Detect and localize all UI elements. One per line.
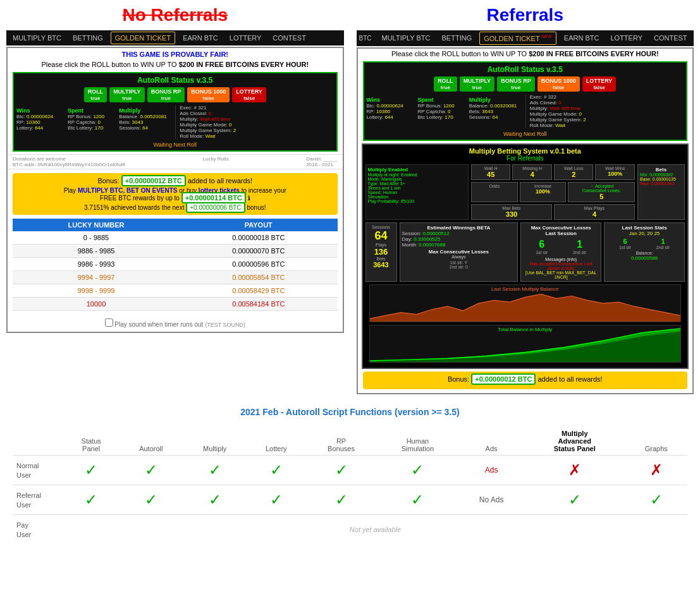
ref-nav-multiply-btc[interactable]: MULTIPLY BTC <box>378 32 434 44</box>
nav-btc-label: BTC <box>359 35 372 42</box>
nav-contest[interactable]: CONTEST <box>269 32 310 44</box>
ref-nav-golden-ticket[interactable]: GOLDEN TICKET NEW <box>479 32 556 45</box>
table-row: 9998 - 9999 0.00058429 BTC <box>13 284 338 298</box>
ref-roll-instruction: Please click the ROLL button to WIN UP T… <box>358 49 693 59</box>
not-yet-available: Not yet available <box>63 514 687 544</box>
sound-label: Play sound when timer runs out <box>114 321 203 328</box>
waiting-text: Waiting Next Roll <box>16 142 334 148</box>
normal-user-label: NormalUser <box>13 455 63 485</box>
lucky-rolls-text: Lucky Rolls <box>203 156 229 167</box>
ref-nav-earn-btc[interactable]: EARN BTC <box>560 32 603 44</box>
bonus-progress: 3.7151% achieved towards the next +0.000… <box>19 204 331 211</box>
ref-nav-betting[interactable]: BETTING <box>438 32 476 44</box>
nav-lottery[interactable]: LOTTERY <box>226 32 266 44</box>
chart2-label: Total Balance in Multiply <box>498 327 552 332</box>
test-sound-link[interactable]: (TEST SOUND) <box>205 322 245 328</box>
wait-wins-label: Wait Wins <box>598 166 632 171</box>
referral-multiply-advanced: ✓ <box>524 485 625 514</box>
ref-spent-label: Spent <box>418 97 469 103</box>
ref-autoroll-status-box: AutoRoll Status v.3.5 ROLLtrue MULTIPLYt… <box>363 61 688 141</box>
wait-wins-value: 100% <box>598 171 632 177</box>
multiply-btn[interactable]: MULTIPLYtrue <box>109 87 145 102</box>
nav-golden-ticket[interactable]: GOLDEN TICKET <box>111 32 175 44</box>
ref-bonus-amount: +0.00000012 BTC <box>471 373 536 385</box>
bonus-rp-btn[interactable]: BONUS RPtrue <box>147 87 185 102</box>
chart1-label: Last Session Multiply Balance <box>491 286 558 292</box>
bonus1000-btn[interactable]: BONUS 1000false <box>187 87 230 102</box>
no-ref-nav: MULTIPLY BTC BETTING GOLDEN TICKET EARN … <box>6 30 344 45</box>
donations-text: Donations are welcomeBTC addr: 3fvRal100… <box>13 156 125 167</box>
sound-checkbox[interactable] <box>105 318 113 327</box>
table-row: 9994 - 9997 0.00005854 BTC <box>13 271 338 284</box>
col-header-human-sim: HumanSimulation <box>377 427 459 456</box>
provably-fair-text: THIS GAME IS PROVABLY FAIR! <box>8 48 343 59</box>
multiply-label: Multiply <box>119 107 170 114</box>
for-referrals-label: For Referrals <box>365 155 685 162</box>
pay-user-label: PayUser <box>13 514 63 544</box>
nav-betting[interactable]: BETTING <box>69 32 107 44</box>
referral-human-sim: ✓ <box>377 485 459 514</box>
ref-panel: Please click the ROLL button to WIN UP T… <box>357 47 694 394</box>
ref-bonus1000-btn[interactable]: BONUS 1000false <box>537 76 580 92</box>
wait-h-value: 45 <box>474 171 508 178</box>
ref-nav-contest[interactable]: CONTEST <box>650 32 691 44</box>
multiply-betting-system: Multiply Betting System v.0.1 beta For R… <box>362 143 689 369</box>
wins-label: Wins <box>16 107 68 114</box>
autoroll-title: AutoRoll Status v.3.5 <box>16 76 334 85</box>
ref-multiply-btn[interactable]: MULTIPLYtrue <box>460 76 495 92</box>
col-header-empty <box>13 427 63 456</box>
referral-rp-bonuses: ✓ <box>305 485 376 514</box>
col-header-multiply-advanced: MultiplyAdvancedStatus Panel <box>524 427 625 456</box>
ref-lottery-btn[interactable]: LOTTERYfalse <box>582 76 617 92</box>
ref-roll-btn[interactable]: ROLLtrue <box>434 76 457 92</box>
col-header-status-panel: StatusPanel <box>63 427 119 456</box>
referrals-title: Referrals <box>357 0 694 30</box>
roll-instruction: Please click the ROLL button to WIN UP T… <box>8 59 343 70</box>
referral-autoroll: ✓ <box>119 485 183 514</box>
referral-lottery: ✓ <box>247 485 305 514</box>
normal-user-row: NormalUser ✓ ✓ ✓ ✓ ✓ ✓ Ads ✗ ✗ <box>13 455 687 485</box>
no-referrals-title: No Referrals <box>6 0 344 30</box>
spent-label: Spent <box>68 107 119 114</box>
referral-graphs: ✓ <box>625 485 687 514</box>
col-header-rp-bonuses: RPBonuses <box>305 427 376 456</box>
roll-btn[interactable]: ROLLtrue <box>84 87 107 102</box>
ref-waiting-text: Waiting Next Roll <box>367 131 684 137</box>
ref-bonus-line1: Bonus: +0.00000012 BTC added to all rewa… <box>369 375 682 383</box>
normal-status-panel: ✓ <box>63 455 119 485</box>
table-row: 9986 - 9993 0.00000596 BTC <box>13 258 338 271</box>
nav-multiply-btc[interactable]: MULTIPLY BTC <box>9 32 65 44</box>
nav-earn-btc[interactable]: EARN BTC <box>179 32 222 44</box>
normal-graphs: ✗ <box>625 455 687 485</box>
ref-nav-lottery[interactable]: LOTTERY <box>606 32 646 44</box>
bonus-line1: Bonus: +0.00000012 BTC added to all rewa… <box>19 177 331 185</box>
lottery-btn[interactable]: LOTTERYfalse <box>232 87 266 102</box>
missing-h-label: Missing H <box>515 166 549 171</box>
daniel-text: Daniel: _____2016 - 2021 <box>306 156 337 167</box>
comparison-section: 2021 Feb - Autoroll Script Functions (ve… <box>0 401 700 550</box>
col-header-lottery: Lottery <box>247 427 305 456</box>
ref-bonus-rp-btn[interactable]: BONUS RPtrue <box>497 76 535 92</box>
comparison-title: 2021 Feb - Autoroll Script Functions (ve… <box>13 407 687 417</box>
normal-rp-bonuses: ✓ <box>305 455 376 485</box>
ref-multiply-col-label: Multiply <box>469 97 520 103</box>
bonus-box: Bonus: +0.00000012 BTC added to all rewa… <box>13 173 338 215</box>
normal-lottery: ✓ <box>247 455 305 485</box>
table-row: 0 - 9885 0.00000018 BTC <box>13 231 338 245</box>
table-row: 10000 0.00584184 BTC <box>13 298 338 311</box>
lucky-number-header: LUCKY NUMBER <box>13 219 180 231</box>
comparison-table: StatusPanel Autoroll Multiply Lottery RP… <box>13 427 687 544</box>
bonus-line2: Play MULTIPLY BTC, BET ON EVENTS or buy … <box>19 187 331 202</box>
autoroll-buttons: ROLLtrue MULTIPLYtrue BONUS RPtrue BONUS… <box>16 87 334 102</box>
normal-multiply: ✓ <box>183 455 247 485</box>
table-row: 9886 - 9985 0.00000070 BTC <box>13 245 338 258</box>
pay-user-row: PayUser Not yet available <box>13 514 687 544</box>
no-referrals-column: No Referrals MULTIPLY BTC BETTING GOLDEN… <box>0 0 350 401</box>
bonus-amount: +0.00000012 BTC <box>121 175 186 186</box>
no-ref-panel: THIS GAME IS PROVABLY FAIR! Please click… <box>6 47 344 333</box>
ref-autoroll-stats: Wins Btc: 0.00000624 RP: 10360 Lottery: … <box>367 94 684 128</box>
ref-wins-label: Wins <box>367 97 418 103</box>
col-header-ads: Ads <box>458 427 524 456</box>
multiply-system-title: Multiply Betting System v.0.1 beta <box>365 147 685 155</box>
referral-multiply: ✓ <box>183 485 247 514</box>
